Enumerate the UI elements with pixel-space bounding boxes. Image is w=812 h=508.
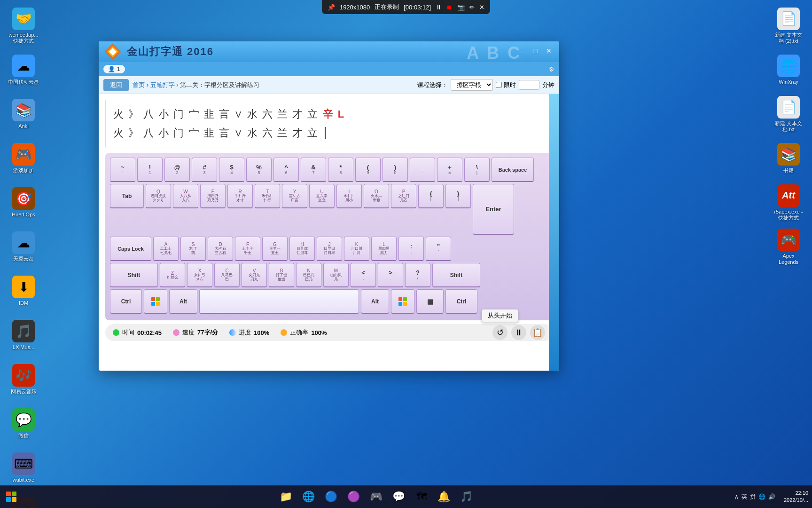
- key-comma[interactable]: < ,: [351, 263, 376, 287]
- recording-pen-btn[interactable]: ✏: [469, 4, 475, 11]
- key-y[interactable]: Y 言讠方广言: [282, 184, 307, 208]
- key-v[interactable]: V 女刀九刀九: [242, 263, 267, 287]
- taskbar-app6[interactable]: 💬: [389, 486, 409, 507]
- key-fn[interactable]: ▦: [416, 289, 444, 314]
- key-n[interactable]: N 己已几已几: [296, 263, 321, 287]
- key-1[interactable]: !1: [137, 158, 163, 182]
- recording-pause-btn[interactable]: ⏸: [436, 4, 442, 11]
- key-space[interactable]: [199, 289, 359, 314]
- taskbar-maps[interactable]: 🗺: [411, 486, 432, 507]
- key-g[interactable]: G 王羊一五土: [262, 237, 288, 261]
- key-shift-right[interactable]: Shift: [432, 263, 480, 287]
- key-enter[interactable]: Enter: [473, 184, 514, 235]
- key-alt-left[interactable]: Alt: [169, 289, 197, 314]
- desktop-icon-anki[interactable]: 📚 Anki: [5, 93, 42, 135]
- pause-button[interactable]: ⏸: [511, 325, 526, 340]
- desktop-icon-wubit[interactable]: ⌨ wubit.exe: [5, 447, 42, 489]
- key-i[interactable]: I 水忄氵川小: [336, 184, 362, 208]
- taskbar-steam[interactable]: 🎮: [366, 486, 387, 507]
- key-p[interactable]: P 之辶冂儿乙: [391, 184, 416, 208]
- desktop-icon-newtxt2[interactable]: 📄 新建 文本文档 (2).txt: [770, 5, 807, 47]
- key-f[interactable]: F 土圭干千土: [235, 237, 260, 261]
- key-c[interactable]: C 又马巴巴: [214, 263, 240, 287]
- key-t[interactable]: T 禾竹彳饣行: [255, 184, 280, 208]
- key-quote[interactable]: " ': [426, 237, 451, 261]
- desktop-icon-lxmus[interactable]: 🎵 LX Mus...: [5, 314, 42, 357]
- key-k[interactable]: K 川口川川川: [344, 237, 369, 261]
- key-s[interactable]: S 木 丁西: [180, 237, 206, 261]
- desktop-icon-tianyiyun[interactable]: ☁ 天翼云盘: [5, 226, 42, 268]
- taskbar-clock[interactable]: 22:10 2022/10/...: [780, 490, 812, 504]
- key-alt-right[interactable]: Alt: [361, 289, 389, 314]
- key-ctrl-left[interactable]: Ctrl: [110, 289, 142, 314]
- key-z[interactable]: Z 纟丝么: [160, 263, 185, 287]
- key-r[interactable]: R 手扌斤才寸: [227, 184, 253, 208]
- key-2[interactable]: @2: [164, 158, 190, 182]
- key-backslash[interactable]: \|: [464, 158, 490, 182]
- restart-button[interactable]: ↺ 从头开始: [492, 325, 508, 340]
- breadcrumb-wubi[interactable]: 五笔打字: [150, 81, 175, 88]
- breadcrumb-home[interactable]: 首页: [133, 81, 145, 88]
- key-minus[interactable]: _-: [410, 158, 435, 182]
- key-rbracket[interactable]: } ]: [445, 184, 471, 208]
- course-select[interactable]: 擦区字根: [451, 79, 493, 91]
- close-button[interactable]: ✕: [543, 45, 554, 56]
- taskbar-edge[interactable]: 🔵: [321, 486, 342, 507]
- maximize-button[interactable]: □: [530, 45, 541, 56]
- start-button[interactable]: [0, 485, 23, 508]
- taskbar-file-explorer[interactable]: 📁: [276, 486, 297, 507]
- key-win-left[interactable]: [144, 289, 167, 314]
- desktop-icon-books[interactable]: 📚 书籍: [770, 137, 807, 180]
- time-limit-checkbox[interactable]: [496, 82, 502, 88]
- key-q[interactable]: Q 卷阿虎皮タクり: [146, 184, 171, 208]
- key-win-right[interactable]: [391, 289, 414, 314]
- key-tab[interactable]: Tab: [110, 184, 144, 208]
- key-w[interactable]: W 人八从入八: [173, 184, 198, 208]
- key-b[interactable]: B 打了也他也: [269, 263, 294, 287]
- key-slash[interactable]: ? /: [405, 263, 430, 287]
- key-j[interactable]: J 日早日门日早: [317, 237, 342, 261]
- key-capslock[interactable]: Caps Lock: [110, 237, 151, 261]
- key-h[interactable]: H 目且虎仁贝耳: [289, 237, 315, 261]
- key-6[interactable]: ^6: [273, 158, 299, 182]
- key-8[interactable]: *8: [328, 158, 353, 182]
- key-a[interactable]: A 工工土七戈七: [153, 237, 179, 261]
- tray-ime-pin[interactable]: 拼: [750, 493, 756, 501]
- desktop-icon-winxray-r[interactable]: 🌐 WinXray: [770, 49, 807, 91]
- recording-stop-btn[interactable]: ⏹: [446, 4, 453, 11]
- desktop-icon-youxijiahao[interactable]: 🎮 游戏加加: [5, 137, 42, 180]
- key-period[interactable]: > .: [378, 263, 403, 287]
- desktop-icon-chinamobile[interactable]: ☁ 中国移动云盘: [5, 49, 42, 91]
- back-button[interactable]: 返回: [103, 79, 129, 91]
- key-x[interactable]: X 女纟弓ス厶: [187, 263, 212, 287]
- key-9[interactable]: (9: [355, 158, 381, 182]
- key-tilde[interactable]: ~`: [110, 158, 135, 182]
- tray-ime-en[interactable]: 英: [742, 493, 747, 501]
- desktop-icon-wemeettap[interactable]: 🤝 wemeettap...快捷方式: [5, 5, 42, 47]
- taskbar-music[interactable]: 🎵: [456, 486, 477, 507]
- key-e[interactable]: E 用用乃乃乃乃: [200, 184, 226, 208]
- key-l[interactable]: L 黑四黑黑力: [371, 237, 397, 261]
- key-d[interactable]: D 大占石三古石: [208, 237, 233, 261]
- key-semicolon[interactable]: : ;: [398, 237, 424, 261]
- settings-icon[interactable]: ⚙: [549, 66, 554, 73]
- minimize-button[interactable]: ─: [517, 45, 528, 56]
- tray-arrow[interactable]: ∧: [734, 493, 739, 500]
- key-equals[interactable]: +=: [437, 158, 462, 182]
- key-shift-left[interactable]: Shift: [110, 263, 158, 287]
- taskbar-app4[interactable]: 🟣: [344, 486, 364, 507]
- recording-camera-btn[interactable]: 📷: [457, 4, 465, 11]
- key-o[interactable]: O 火水灬米粮: [364, 184, 389, 208]
- desktop-icon-hiredops[interactable]: 🎯 Hired Ops: [5, 182, 42, 224]
- copy-button[interactable]: 📋: [530, 325, 545, 340]
- key-lbracket[interactable]: { [: [418, 184, 444, 208]
- tray-volume[interactable]: 🔊: [768, 493, 775, 500]
- desktop-icon-idm[interactable]: ⬇ IDM: [5, 270, 42, 312]
- user-badge[interactable]: 👤 1: [103, 65, 125, 73]
- desktop-icon-weixin[interactable]: 💬 微信: [5, 403, 42, 445]
- key-7[interactable]: &7: [301, 158, 326, 182]
- key-0[interactable]: )0: [383, 158, 408, 182]
- taskbar-app8[interactable]: 🔔: [434, 486, 454, 507]
- key-4[interactable]: $4: [219, 158, 244, 182]
- key-3[interactable]: #3: [192, 158, 217, 182]
